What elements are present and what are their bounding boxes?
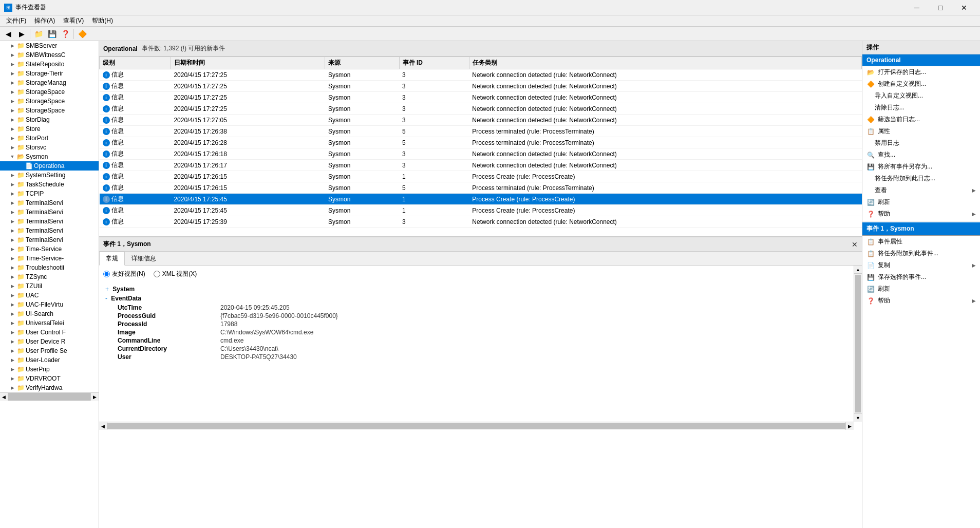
action-clear-log[interactable]: 清除日志... (862, 102, 980, 114)
friendly-radio-input[interactable] (103, 271, 110, 277)
table-row-selected[interactable]: i 信息 2020/4/15 17:25:45 Sysmon 1 Process… (100, 194, 862, 205)
scroll-thumb[interactable] (8, 393, 90, 401)
sidebar-item-timeservice1[interactable]: ▶ 📁 Time-Service (0, 244, 99, 254)
expand-icon[interactable]: ▶ (8, 88, 16, 96)
expand-icon[interactable]: ▶ (8, 374, 16, 383)
sidebar-item-staterepo[interactable]: ▶ 📁 StateReposito (0, 60, 99, 69)
eventdata-expand-icon[interactable]: - (105, 295, 107, 302)
action-refresh-event[interactable]: 🔄 刷新 (862, 283, 980, 295)
system-expand-icon[interactable]: + (105, 286, 109, 293)
sidebar-item-troubleshoot[interactable]: ▶ 📁 Troubleshootii (0, 263, 99, 272)
sidebar-item-sysmon[interactable]: ▼ 📂 Sysmon (0, 152, 99, 161)
action-help-event[interactable]: ❓ 帮助 ▶ (862, 295, 980, 307)
tab-details[interactable]: 详细信息 (125, 252, 163, 266)
menu-view[interactable]: 查看(V) (59, 15, 88, 26)
expand-icon[interactable]: ▶ (8, 79, 16, 87)
sidebar-item-timeservice2[interactable]: ▶ 📁 Time-Service- (0, 254, 99, 263)
col-source[interactable]: 来源 (325, 57, 399, 69)
expand-icon[interactable]: ▶ (8, 60, 16, 68)
table-row[interactable]: i 信息 2020/4/15 17:27:25 Sysmon 3 Network… (100, 81, 862, 92)
filter-button[interactable]: 🔶 (76, 28, 88, 40)
col-category[interactable]: 任务类别 (469, 57, 861, 69)
menu-file[interactable]: 文件(F) (2, 15, 30, 26)
expand-icon[interactable]: ▶ (8, 365, 16, 373)
action-find[interactable]: 🔍 查找... (862, 149, 980, 161)
expand-icon[interactable]: ▼ (8, 153, 16, 161)
sidebar-item-userpnp[interactable]: ▶ 📁 UserPnp (0, 365, 99, 374)
sidebar-item-smbserver[interactable]: ▶ 📁 SMBServer (0, 41, 99, 50)
maximize-button[interactable]: □ (929, 0, 952, 15)
save-button[interactable]: 💾 (46, 28, 58, 40)
xml-radio-input[interactable] (154, 271, 160, 277)
sidebar-item-systemsetting[interactable]: ▶ 📁 SystemSetting (0, 171, 99, 180)
sidebar-item-termserv3[interactable]: ▶ 📁 TerminalServi (0, 217, 99, 226)
sidebar-item-smbwitness[interactable]: ▶ 📁 SMBWitnessC (0, 50, 99, 60)
table-row[interactable]: i 信息 2020/4/15 17:25:45 Sysmon 1 Process… (100, 205, 862, 216)
sidebar-item-verifyhardw[interactable]: ▶ 📁 VerifyHardwa (0, 383, 99, 392)
table-row[interactable]: i 信息 2020/4/15 17:26:17 Sysmon 3 Network… (100, 160, 862, 171)
expand-icon[interactable]: ▶ (8, 245, 16, 253)
expand-icon[interactable]: ▶ (8, 134, 16, 142)
sidebar-item-uac[interactable]: ▶ 📁 UAC (0, 291, 99, 300)
sidebar-item-userprofile[interactable]: ▶ 📁 User Profile Se (0, 346, 99, 355)
expand-icon[interactable]: ▶ (8, 199, 16, 207)
expand-icon[interactable]: ▶ (8, 208, 16, 216)
sidebar-item-vdrvroot[interactable]: ▶ 📁 VDRVROOT (0, 374, 99, 383)
scroll-left-btn[interactable]: ◀ (0, 393, 8, 401)
action-refresh[interactable]: 🔄 刷新 (862, 196, 980, 208)
action-create-view[interactable]: 🔶 创建自定义视图... (862, 78, 980, 90)
sidebar-item-userloader[interactable]: ▶ 📁 User-Loader (0, 355, 99, 365)
system-node[interactable]: + System (105, 286, 856, 293)
sidebar-item-storagespace1[interactable]: ▶ 📁 StorageSpace (0, 87, 99, 97)
menu-help[interactable]: 帮助(H) (88, 15, 117, 26)
col-id[interactable]: 事件 ID (399, 57, 469, 69)
action-save-selected[interactable]: 💾 保存选择的事件... (862, 271, 980, 283)
expand-icon[interactable]: ▶ (8, 217, 16, 225)
table-row[interactable]: i 信息 2020/4/15 17:27:25 Sysmon 3 Network… (100, 92, 862, 103)
expand-icon[interactable]: ▶ (8, 42, 16, 50)
table-row[interactable]: i 信息 2020/4/15 17:27:25 Sysmon 3 Network… (100, 103, 862, 115)
tab-general[interactable]: 常规 (99, 252, 125, 266)
table-row[interactable]: i 信息 2020/4/15 17:27:25 Sysmon 3 Network… (100, 69, 862, 81)
sidebar-item-storagespace3[interactable]: ▶ 📁 StorageSpace (0, 106, 99, 115)
expand-icon[interactable]: ▶ (8, 171, 16, 179)
sidebar-item-termserv1[interactable]: ▶ 📁 TerminalServi (0, 198, 99, 208)
detail-close-button[interactable]: ✕ (852, 240, 858, 249)
expand-icon[interactable]: ▶ (8, 180, 16, 188)
expand-icon[interactable]: ▶ (8, 347, 16, 355)
scroll-down-btn[interactable]: ▼ (854, 413, 862, 422)
action-filter-log[interactable]: 🔶 筛选当前日志... (862, 114, 980, 125)
eventdata-node[interactable]: - EventData (105, 295, 856, 302)
action-attach-task-event[interactable]: 📋 将任务附加到此事件... (862, 248, 980, 259)
expand-icon[interactable]: ▶ (8, 300, 16, 309)
expand-icon[interactable]: ▶ (8, 384, 16, 392)
action-copy[interactable]: 📄 复制 ▶ (862, 259, 980, 271)
expand-icon[interactable]: ▶ (8, 310, 16, 318)
right-operational-header[interactable]: Operational (862, 54, 980, 66)
expand-icon[interactable]: ▶ (8, 143, 16, 152)
expand-icon[interactable]: ▶ (8, 328, 16, 336)
sidebar-item-tcpip[interactable]: ▶ 📁 TCPIP (0, 189, 99, 198)
expand-icon[interactable]: ▶ (8, 273, 16, 281)
table-row[interactable]: i 信息 2020/4/15 17:26:15 Sysmon 1 Process… (100, 171, 862, 182)
action-view[interactable]: 查看 ▶ (862, 184, 980, 196)
sidebar-item-termserv5[interactable]: ▶ 📁 TerminalServi (0, 235, 99, 244)
sidebar-item-uacfilevirt[interactable]: ▶ 📁 UAC-FileVirtu (0, 300, 99, 309)
sidebar-item-taskscheduler[interactable]: ▶ 📁 TaskSchedule (0, 180, 99, 189)
expand-icon[interactable] (16, 162, 25, 170)
sidebar-item-storagemanag[interactable]: ▶ 📁 StorageManag (0, 78, 99, 87)
minimize-button[interactable]: ─ (905, 0, 929, 15)
action-disable-log[interactable]: 禁用日志 (862, 137, 980, 149)
menu-action[interactable]: 操作(A) (30, 15, 59, 26)
col-level[interactable]: 级别 (100, 57, 171, 69)
expand-icon[interactable]: ▶ (8, 356, 16, 364)
friendly-view-radio[interactable]: 友好视图(N) (103, 270, 145, 278)
action-event-properties[interactable]: 📋 事件属性 (862, 236, 980, 248)
scroll-left-btn[interactable]: ◀ (99, 422, 107, 430)
expand-icon[interactable]: ▶ (8, 282, 16, 290)
sidebar-item-uisearch[interactable]: ▶ 📁 UI-Search (0, 309, 99, 318)
col-datetime[interactable]: 日期和时间 (171, 57, 325, 69)
action-import-view[interactable]: 导入自定义视图... (862, 90, 980, 102)
sidebar-item-tzutil[interactable]: ▶ 📁 TZUtil (0, 281, 99, 291)
expand-icon[interactable]: ▶ (8, 227, 16, 235)
